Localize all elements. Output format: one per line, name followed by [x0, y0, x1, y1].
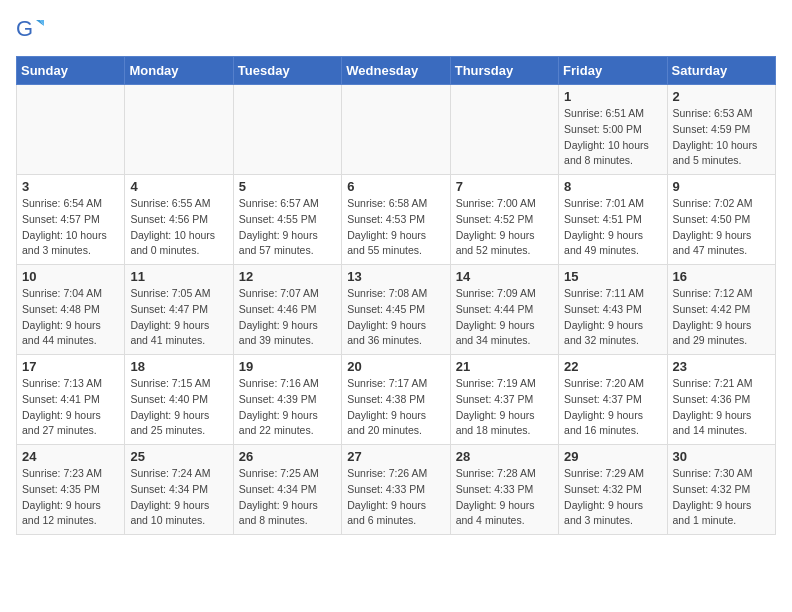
day-info: Sunrise: 7:29 AM Sunset: 4:32 PM Dayligh…: [564, 466, 661, 529]
calendar-cell: 27Sunrise: 7:26 AM Sunset: 4:33 PM Dayli…: [342, 445, 450, 535]
day-number: 12: [239, 269, 336, 284]
day-number: 16: [673, 269, 770, 284]
day-number: 21: [456, 359, 553, 374]
calendar-cell: 14Sunrise: 7:09 AM Sunset: 4:44 PM Dayli…: [450, 265, 558, 355]
header-tuesday: Tuesday: [233, 57, 341, 85]
day-number: 11: [130, 269, 227, 284]
header-wednesday: Wednesday: [342, 57, 450, 85]
day-info: Sunrise: 7:00 AM Sunset: 4:52 PM Dayligh…: [456, 196, 553, 259]
day-number: 10: [22, 269, 119, 284]
day-info: Sunrise: 7:19 AM Sunset: 4:37 PM Dayligh…: [456, 376, 553, 439]
calendar-cell: 7Sunrise: 7:00 AM Sunset: 4:52 PM Daylig…: [450, 175, 558, 265]
day-number: 27: [347, 449, 444, 464]
day-info: Sunrise: 6:54 AM Sunset: 4:57 PM Dayligh…: [22, 196, 119, 259]
logo-icon: G: [16, 16, 44, 44]
day-info: Sunrise: 7:26 AM Sunset: 4:33 PM Dayligh…: [347, 466, 444, 529]
week-row-1: 3Sunrise: 6:54 AM Sunset: 4:57 PM Daylig…: [17, 175, 776, 265]
calendar-cell: 5Sunrise: 6:57 AM Sunset: 4:55 PM Daylig…: [233, 175, 341, 265]
day-info: Sunrise: 6:53 AM Sunset: 4:59 PM Dayligh…: [673, 106, 770, 169]
calendar-cell: 4Sunrise: 6:55 AM Sunset: 4:56 PM Daylig…: [125, 175, 233, 265]
calendar-cell: 17Sunrise: 7:13 AM Sunset: 4:41 PM Dayli…: [17, 355, 125, 445]
calendar-cell: 8Sunrise: 7:01 AM Sunset: 4:51 PM Daylig…: [559, 175, 667, 265]
calendar-cell: 13Sunrise: 7:08 AM Sunset: 4:45 PM Dayli…: [342, 265, 450, 355]
day-number: 3: [22, 179, 119, 194]
day-info: Sunrise: 7:08 AM Sunset: 4:45 PM Dayligh…: [347, 286, 444, 349]
day-info: Sunrise: 7:21 AM Sunset: 4:36 PM Dayligh…: [673, 376, 770, 439]
header-monday: Monday: [125, 57, 233, 85]
calendar-body: 1Sunrise: 6:51 AM Sunset: 5:00 PM Daylig…: [17, 85, 776, 535]
day-info: Sunrise: 6:58 AM Sunset: 4:53 PM Dayligh…: [347, 196, 444, 259]
day-info: Sunrise: 7:05 AM Sunset: 4:47 PM Dayligh…: [130, 286, 227, 349]
day-info: Sunrise: 7:17 AM Sunset: 4:38 PM Dayligh…: [347, 376, 444, 439]
calendar-cell: 19Sunrise: 7:16 AM Sunset: 4:39 PM Dayli…: [233, 355, 341, 445]
day-info: Sunrise: 6:57 AM Sunset: 4:55 PM Dayligh…: [239, 196, 336, 259]
day-info: Sunrise: 7:25 AM Sunset: 4:34 PM Dayligh…: [239, 466, 336, 529]
day-info: Sunrise: 7:13 AM Sunset: 4:41 PM Dayligh…: [22, 376, 119, 439]
calendar-cell: 26Sunrise: 7:25 AM Sunset: 4:34 PM Dayli…: [233, 445, 341, 535]
calendar-cell: 10Sunrise: 7:04 AM Sunset: 4:48 PM Dayli…: [17, 265, 125, 355]
calendar-cell: 11Sunrise: 7:05 AM Sunset: 4:47 PM Dayli…: [125, 265, 233, 355]
day-info: Sunrise: 6:55 AM Sunset: 4:56 PM Dayligh…: [130, 196, 227, 259]
calendar-cell: 9Sunrise: 7:02 AM Sunset: 4:50 PM Daylig…: [667, 175, 775, 265]
day-number: 15: [564, 269, 661, 284]
day-number: 8: [564, 179, 661, 194]
header-friday: Friday: [559, 57, 667, 85]
calendar-cell: 3Sunrise: 6:54 AM Sunset: 4:57 PM Daylig…: [17, 175, 125, 265]
day-info: Sunrise: 7:30 AM Sunset: 4:32 PM Dayligh…: [673, 466, 770, 529]
day-info: Sunrise: 7:09 AM Sunset: 4:44 PM Dayligh…: [456, 286, 553, 349]
header-saturday: Saturday: [667, 57, 775, 85]
day-info: Sunrise: 7:02 AM Sunset: 4:50 PM Dayligh…: [673, 196, 770, 259]
calendar-cell: 25Sunrise: 7:24 AM Sunset: 4:34 PM Dayli…: [125, 445, 233, 535]
day-number: 5: [239, 179, 336, 194]
day-number: 6: [347, 179, 444, 194]
calendar-cell: 20Sunrise: 7:17 AM Sunset: 4:38 PM Dayli…: [342, 355, 450, 445]
day-info: Sunrise: 7:20 AM Sunset: 4:37 PM Dayligh…: [564, 376, 661, 439]
day-info: Sunrise: 7:16 AM Sunset: 4:39 PM Dayligh…: [239, 376, 336, 439]
calendar-cell: 28Sunrise: 7:28 AM Sunset: 4:33 PM Dayli…: [450, 445, 558, 535]
day-number: 17: [22, 359, 119, 374]
svg-text:G: G: [16, 16, 33, 41]
calendar-cell: [342, 85, 450, 175]
day-number: 29: [564, 449, 661, 464]
calendar-cell: 16Sunrise: 7:12 AM Sunset: 4:42 PM Dayli…: [667, 265, 775, 355]
day-number: 2: [673, 89, 770, 104]
day-number: 23: [673, 359, 770, 374]
calendar-cell: 23Sunrise: 7:21 AM Sunset: 4:36 PM Dayli…: [667, 355, 775, 445]
day-number: 26: [239, 449, 336, 464]
day-number: 14: [456, 269, 553, 284]
calendar-cell: 2Sunrise: 6:53 AM Sunset: 4:59 PM Daylig…: [667, 85, 775, 175]
day-number: 18: [130, 359, 227, 374]
calendar-cell: [450, 85, 558, 175]
calendar-cell: 22Sunrise: 7:20 AM Sunset: 4:37 PM Dayli…: [559, 355, 667, 445]
calendar-cell: 30Sunrise: 7:30 AM Sunset: 4:32 PM Dayli…: [667, 445, 775, 535]
header-row: SundayMondayTuesdayWednesdayThursdayFrid…: [17, 57, 776, 85]
calendar-cell: 1Sunrise: 6:51 AM Sunset: 5:00 PM Daylig…: [559, 85, 667, 175]
day-info: Sunrise: 7:23 AM Sunset: 4:35 PM Dayligh…: [22, 466, 119, 529]
calendar-cell: [233, 85, 341, 175]
day-info: Sunrise: 7:04 AM Sunset: 4:48 PM Dayligh…: [22, 286, 119, 349]
calendar-cell: 24Sunrise: 7:23 AM Sunset: 4:35 PM Dayli…: [17, 445, 125, 535]
calendar-header: SundayMondayTuesdayWednesdayThursdayFrid…: [17, 57, 776, 85]
day-number: 22: [564, 359, 661, 374]
day-number: 7: [456, 179, 553, 194]
calendar-cell: 6Sunrise: 6:58 AM Sunset: 4:53 PM Daylig…: [342, 175, 450, 265]
day-number: 9: [673, 179, 770, 194]
day-number: 30: [673, 449, 770, 464]
day-info: Sunrise: 6:51 AM Sunset: 5:00 PM Dayligh…: [564, 106, 661, 169]
day-info: Sunrise: 7:01 AM Sunset: 4:51 PM Dayligh…: [564, 196, 661, 259]
day-number: 19: [239, 359, 336, 374]
header-thursday: Thursday: [450, 57, 558, 85]
calendar-cell: [17, 85, 125, 175]
calendar-cell: 18Sunrise: 7:15 AM Sunset: 4:40 PM Dayli…: [125, 355, 233, 445]
day-info: Sunrise: 7:07 AM Sunset: 4:46 PM Dayligh…: [239, 286, 336, 349]
calendar-cell: 29Sunrise: 7:29 AM Sunset: 4:32 PM Dayli…: [559, 445, 667, 535]
calendar-cell: 12Sunrise: 7:07 AM Sunset: 4:46 PM Dayli…: [233, 265, 341, 355]
day-number: 28: [456, 449, 553, 464]
calendar-cell: 15Sunrise: 7:11 AM Sunset: 4:43 PM Dayli…: [559, 265, 667, 355]
day-number: 4: [130, 179, 227, 194]
day-info: Sunrise: 7:28 AM Sunset: 4:33 PM Dayligh…: [456, 466, 553, 529]
week-row-0: 1Sunrise: 6:51 AM Sunset: 5:00 PM Daylig…: [17, 85, 776, 175]
calendar-table: SundayMondayTuesdayWednesdayThursdayFrid…: [16, 56, 776, 535]
week-row-3: 17Sunrise: 7:13 AM Sunset: 4:41 PM Dayli…: [17, 355, 776, 445]
day-number: 13: [347, 269, 444, 284]
